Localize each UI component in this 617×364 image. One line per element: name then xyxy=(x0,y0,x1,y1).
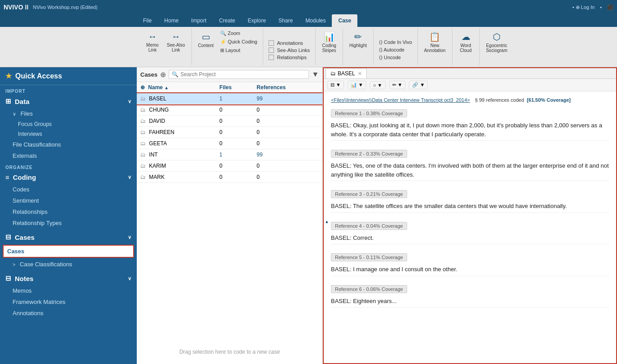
tab-import[interactable]: Import xyxy=(185,14,213,27)
sidebar-item-annotations[interactable]: Annotations xyxy=(0,308,137,319)
sidebar-coding-category[interactable]: ≡ Coding ∨ xyxy=(0,171,137,184)
case-name-cell: 🗂 KARIM xyxy=(137,160,216,172)
case-name: CHUNG xyxy=(149,107,169,113)
case-refs-cell: 0 xyxy=(253,116,322,127)
new-annotation-label: NewAnnotation xyxy=(424,43,446,53)
content-button[interactable]: ▭ Content xyxy=(196,30,217,50)
case-refs-cell: 0 xyxy=(253,160,322,172)
sidebar-item-framework-matrices[interactable]: Framework Matrices xyxy=(0,296,137,308)
tab-file[interactable]: File xyxy=(137,14,158,27)
reference-item: Reference 5 - 0.11% Coverage BASEL: I ma… xyxy=(331,250,609,276)
cases-panel-title: Cases xyxy=(140,71,157,78)
coding-stripes-items: 📊 CodingStripes xyxy=(319,30,339,64)
case-folder-icon: 🗂 xyxy=(140,107,146,113)
case-folder-icon: 🗂 xyxy=(140,95,146,102)
annotations-checkbox[interactable]: Annotations xyxy=(267,39,305,47)
quick-access[interactable]: ★ Quick Access xyxy=(0,67,137,85)
case-name: KARIM xyxy=(149,163,166,169)
coding-stripes-label: CodingStripes xyxy=(322,43,336,53)
highlight-icon: ✏ xyxy=(354,31,362,42)
sidebar-item-codes[interactable]: Codes xyxy=(0,184,137,195)
ribbon-tab-bar: File Home Import Create Explore Share Mo… xyxy=(0,14,617,27)
sidebar-notes-category[interactable]: ⊟ Notes ∨ xyxy=(0,272,137,285)
link-toolbar-button[interactable]: 🔗 ▼ xyxy=(409,81,428,89)
new-annotation-button[interactable]: 📋 NewAnnotation xyxy=(421,30,448,55)
highlight-button[interactable]: ✏ Highlight xyxy=(347,30,369,50)
sidebar-item-focus-groups[interactable]: Focus Groups xyxy=(0,119,137,129)
table-row[interactable]: 🗂 DAVID 0 0 xyxy=(137,116,322,127)
sidebar-cases-category[interactable]: ⊟ Cases ∨ xyxy=(0,230,137,244)
main-panels: Cases ⊕ 🔍 ▼ ⊕ Name ▲ xyxy=(137,67,617,364)
table-row[interactable]: 🗂 GEETA 0 0 xyxy=(137,138,322,149)
circle-toolbar-button[interactable]: ○ ▼ xyxy=(370,81,386,89)
content-label: Content xyxy=(198,43,214,48)
detail-tab-label: BASEL xyxy=(338,70,355,77)
cases-search-box[interactable]: 🔍 xyxy=(169,70,309,79)
layout-toolbar-button[interactable]: ⊟ ▼ xyxy=(327,81,344,89)
sidebar-item-sentiment[interactable]: Sentiment xyxy=(0,195,137,206)
see-also-link-icon: ↔ xyxy=(171,31,180,42)
table-row[interactable]: 🗂 MARK 0 0 xyxy=(137,172,322,183)
ribbon-group-sociogram: ⬡ EgocentricSociogram xyxy=(480,29,514,65)
cases-category-label: Cases xyxy=(15,234,35,241)
see-also-links-checkbox[interactable]: See-Also Links xyxy=(267,47,312,54)
relationships-checkbox[interactable]: Relationships xyxy=(267,54,308,61)
coverage-badge: [61.50% Coverage] xyxy=(527,97,571,103)
table-row[interactable]: 🗂 KARIM 0 0 xyxy=(137,160,322,172)
sidebar-item-cases-selected[interactable]: Cases xyxy=(3,245,134,258)
memo-link-label: MemoLink xyxy=(146,43,159,52)
minimize-button[interactable]: ⬛ xyxy=(607,4,613,10)
detail-tab-close-icon[interactable]: ✕ xyxy=(358,71,362,77)
tab-share[interactable]: Share xyxy=(272,14,299,27)
sidebar-item-interviews[interactable]: Interviews xyxy=(0,129,137,139)
file-link[interactable]: <Files\\Interviews\\Data Center Intervie… xyxy=(331,97,470,103)
zoom-button[interactable]: 🔍 Zoom xyxy=(218,30,259,37)
autocode-button[interactable]: ⟨⟩ Autocode xyxy=(377,46,406,54)
sidebar-item-files[interactable]: ∨ Files xyxy=(0,108,137,119)
sidebar-item-memos[interactable]: Memos xyxy=(0,285,137,296)
sidebar-item-file-classifications[interactable]: File Classifications xyxy=(0,139,137,150)
uncode-button[interactable]: ⟨⟩ Uncode xyxy=(377,54,403,61)
tab-create[interactable]: Create xyxy=(213,14,241,27)
chart-toolbar-button[interactable]: 📊 ▼ xyxy=(348,81,366,89)
cases-search-input[interactable] xyxy=(180,71,306,78)
coding-stripes-button[interactable]: 📊 CodingStripes xyxy=(319,30,339,55)
table-row[interactable]: 🗂 CHUNG 0 0 xyxy=(137,104,322,116)
see-also-link-button[interactable]: ↔ See-AlsoLink xyxy=(164,30,188,54)
table-row[interactable]: 🗂 BASEL 1 99 xyxy=(137,93,322,104)
egocentric-sociogram-button[interactable]: ⬡ EgocentricSociogram xyxy=(483,30,510,55)
sidebar-data-category[interactable]: ⊞ Data ∨ xyxy=(0,95,137,108)
case-files-cell: 0 xyxy=(216,160,253,172)
tab-modules[interactable]: Modules xyxy=(299,14,332,27)
cases-name-column-header[interactable]: ⊕ Name ▲ xyxy=(137,82,216,93)
tab-case[interactable]: Case xyxy=(332,14,357,27)
sidebar-item-case-classifications[interactable]: > Case Classifications xyxy=(0,259,137,270)
reference-badge: Reference 4 - 0.04% Coverage xyxy=(331,222,407,230)
word-cloud-button[interactable]: ☁ WordCloud xyxy=(456,30,476,55)
quick-coding-button[interactable]: ⚡ Quick Coding xyxy=(218,38,259,46)
tab-home[interactable]: Home xyxy=(158,14,185,27)
sidebar-item-relationships[interactable]: Relationships xyxy=(0,206,137,217)
sidebar-item-relationship-types[interactable]: Relationship Types xyxy=(0,217,137,229)
cases-dropdown-button[interactable]: ▼ xyxy=(312,70,319,78)
word-cloud-icon: ☁ xyxy=(461,31,470,42)
case-tab-icon: 🗂 xyxy=(330,70,336,77)
table-row[interactable]: 🗂 INT 1 99 xyxy=(137,149,322,160)
cases-files-column-header[interactable]: Files xyxy=(216,82,253,93)
ribbon-links-items: ↔ MemoLink ↔ See-AlsoLink xyxy=(143,30,188,64)
login-button[interactable]: • ⊕ Log In xyxy=(573,4,595,10)
table-row[interactable]: 🗂 FAHREEN 0 0 xyxy=(137,127,322,138)
detail-tab-basel[interactable]: 🗂 BASEL ✕ xyxy=(326,68,367,78)
reference-badge: Reference 3 - 0.21% Coverage xyxy=(331,190,407,198)
cases-add-button[interactable]: ⊕ xyxy=(160,70,166,79)
cases-references-column-header[interactable]: References xyxy=(253,82,322,93)
code-in-vivo-button[interactable]: ⟨⟩ Code In Vivo xyxy=(377,39,414,46)
tab-explore[interactable]: Explore xyxy=(241,14,272,27)
pen-toolbar-button[interactable]: ✏ ▼ xyxy=(389,81,406,89)
memo-link-button[interactable]: ↔ MemoLink xyxy=(143,30,162,54)
sidebar-item-externals[interactable]: Externals xyxy=(0,150,137,161)
add-case-icon[interactable]: ⊕ xyxy=(140,84,145,91)
reference-item: • Reference 4 - 0.04% Coverage BASEL: Co… xyxy=(331,218,609,245)
layout-button[interactable]: ⊞ Layout xyxy=(218,47,259,54)
case-refs-cell: 0 xyxy=(253,138,322,149)
